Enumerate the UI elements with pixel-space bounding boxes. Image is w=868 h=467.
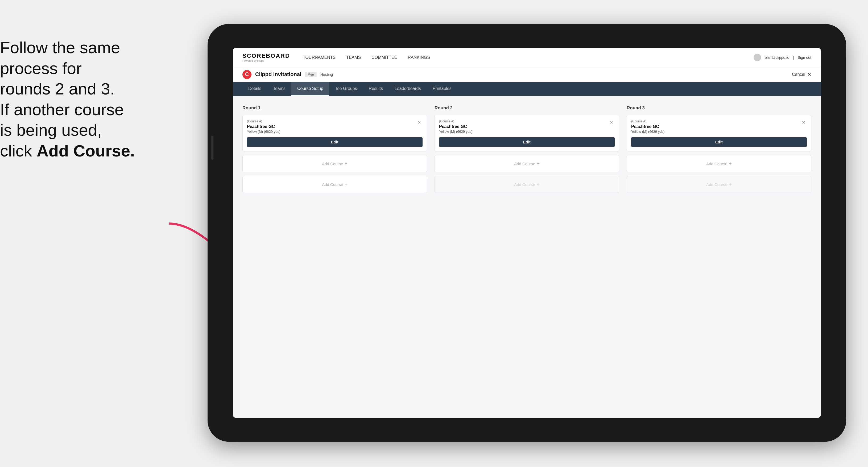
tab-leaderboards[interactable]: Leaderboards (389, 82, 427, 96)
course-label-r3: (Course A) (631, 120, 664, 123)
plus-icon-r3-2: + (729, 182, 732, 187)
round-1-column: Round 1 (Course A) Peachtree GC Yellow (… (242, 105, 427, 197)
round-3-column: Round 3 (Course A) Peachtree GC Yellow (… (627, 105, 811, 197)
hosting-badge: Hosting (320, 72, 333, 76)
logo-sub-text: Powered by clippd (242, 59, 290, 62)
nav-right: blair@clippd.io | Sign out (753, 54, 811, 61)
course-label-r2: (Course A) (439, 120, 472, 123)
add-course-card-r3-2: Add Course + (627, 176, 811, 193)
card-top-r3: (Course A) Peachtree GC Yellow (M) (6629… (631, 120, 807, 137)
course-name-r2: Peachtree GC (439, 124, 472, 129)
add-course-card-r1-1[interactable]: Add Course + (242, 155, 427, 172)
delete-course-button-r3[interactable]: ✕ (800, 120, 807, 126)
edit-course-button-r3[interactable]: Edit (631, 137, 807, 147)
scoreboard-logo: SCOREBOARD Powered by clippd (242, 53, 290, 62)
instruction-text: Follow the same process for rounds 2 and… (0, 37, 157, 161)
edit-course-button-r2[interactable]: Edit (439, 137, 615, 147)
delete-course-button[interactable]: ✕ (416, 120, 423, 126)
avatar (753, 54, 761, 61)
course-details-r2: Yellow (M) (6629 yds) (439, 130, 472, 133)
course-info-r2: (Course A) Peachtree GC Yellow (M) (6629… (439, 120, 472, 137)
round-3-course-card: (Course A) Peachtree GC Yellow (M) (6629… (627, 115, 811, 151)
cancel-x-icon: ✕ (807, 71, 811, 77)
plus-icon-r2: + (537, 161, 540, 166)
tablet-frame: SCOREBOARD Powered by clippd TOURNAMENTS… (208, 24, 846, 442)
plus-icon-2: + (345, 182, 347, 187)
round-2-title: Round 2 (435, 105, 619, 111)
clippd-logo: C (242, 70, 251, 79)
nav-committee[interactable]: COMMITTEE (371, 54, 397, 61)
tab-results[interactable]: Results (363, 82, 389, 96)
add-course-card-r1-2[interactable]: Add Course + (242, 176, 427, 193)
rounds-grid: Round 1 (Course A) Peachtree GC Yellow (… (242, 105, 811, 197)
tablet-screen: SCOREBOARD Powered by clippd TOURNAMENTS… (233, 48, 821, 418)
edit-course-button-r1[interactable]: Edit (247, 137, 423, 147)
round-1-title: Round 1 (242, 105, 427, 111)
cancel-button[interactable]: Cancel ✕ (792, 71, 811, 77)
plus-icon-r3: + (729, 161, 732, 166)
course-info-r3: (Course A) Peachtree GC Yellow (M) (6629… (631, 120, 664, 137)
top-nav: SCOREBOARD Powered by clippd TOURNAMENTS… (233, 48, 821, 67)
main-content: Round 1 (Course A) Peachtree GC Yellow (… (233, 96, 821, 418)
course-name-r3: Peachtree GC (631, 124, 664, 129)
tournament-bar: C Clippd Invitational Men Hosting Cancel… (233, 67, 821, 82)
add-course-card-r3-1[interactable]: Add Course + (627, 155, 811, 172)
course-details: Yellow (M) (6629 yds) (247, 130, 280, 133)
course-label: (Course A) (247, 120, 280, 123)
add-course-card-r2-2: Add Course + (435, 176, 619, 193)
tab-details[interactable]: Details (242, 82, 267, 96)
main-nav: TOURNAMENTS TEAMS COMMITTEE RANKINGS (303, 54, 753, 61)
tournament-left: C Clippd Invitational Men Hosting (242, 70, 333, 79)
tab-teams[interactable]: Teams (267, 82, 291, 96)
tab-course-setup[interactable]: Course Setup (291, 82, 329, 96)
logo-main-text: SCOREBOARD (242, 53, 290, 59)
round-1-course-card: (Course A) Peachtree GC Yellow (M) (6629… (242, 115, 427, 151)
delete-course-button-r2[interactable]: ✕ (608, 120, 615, 126)
plus-icon-r2-2: + (537, 182, 540, 187)
add-course-card-r2-1[interactable]: Add Course + (435, 155, 619, 172)
tournament-name: Clippd Invitational (255, 71, 301, 77)
nav-teams[interactable]: TEAMS (346, 54, 361, 61)
round-2-column: Round 2 (Course A) Peachtree GC Yellow (… (435, 105, 619, 197)
nav-rankings[interactable]: RANKINGS (408, 54, 430, 61)
nav-tournaments[interactable]: TOURNAMENTS (303, 54, 336, 61)
nav-separator: | (793, 55, 794, 60)
tab-printables[interactable]: Printables (427, 82, 457, 96)
card-top: (Course A) Peachtree GC Yellow (M) (6629… (247, 120, 423, 137)
user-email: blair@clippd.io (765, 55, 789, 60)
tab-nav: Details Teams Course Setup Tee Groups Re… (233, 82, 821, 96)
course-details-r3: Yellow (M) (6629 yds) (631, 130, 664, 133)
sign-out-link[interactable]: Sign out (798, 55, 811, 60)
course-name: Peachtree GC (247, 124, 280, 129)
round-3-title: Round 3 (627, 105, 811, 111)
plus-icon: + (345, 161, 347, 166)
round-2-course-card: (Course A) Peachtree GC Yellow (M) (6629… (435, 115, 619, 151)
card-top-r2: (Course A) Peachtree GC Yellow (M) (6629… (439, 120, 615, 137)
men-badge: Men (305, 72, 316, 77)
course-info: (Course A) Peachtree GC Yellow (M) (6629… (247, 120, 280, 137)
tab-tee-groups[interactable]: Tee Groups (329, 82, 363, 96)
